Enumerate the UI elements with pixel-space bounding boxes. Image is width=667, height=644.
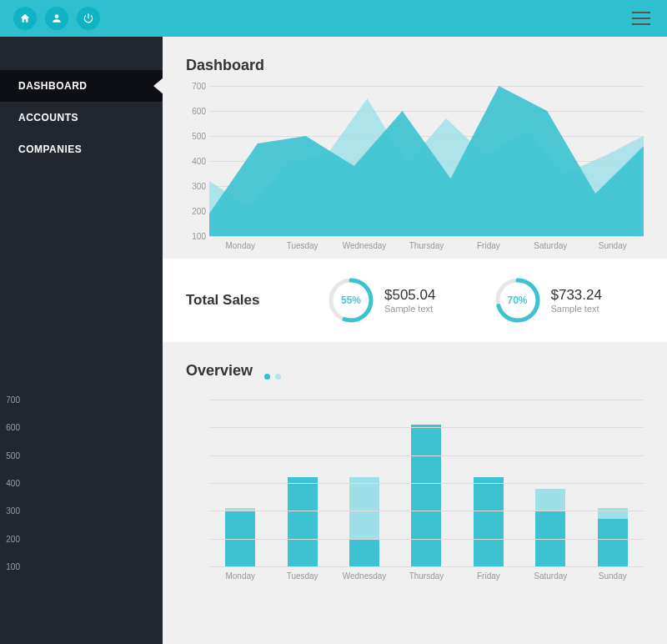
donut-2-label: 70%: [494, 277, 541, 324]
area-xlabel: Tuesday: [271, 241, 333, 250]
area-ytick: 200: [186, 207, 206, 216]
bar-xlabel: Saturday: [519, 571, 581, 581]
bar-xlabel: Thursday: [395, 571, 457, 581]
bar: [225, 508, 255, 566]
area-chart: MondayTuesdayWednesdayThursdayFridaySatu…: [186, 86, 644, 250]
dashboard-title: Dashboard: [186, 57, 644, 74]
sidebar-item-companies[interactable]: COMPANIES: [0, 133, 163, 165]
total-sales-title: Total Sales: [186, 292, 311, 309]
stat-1-sub: Sample text: [384, 304, 435, 314]
dot-1[interactable]: [264, 374, 270, 380]
dashboard-panel: Dashboard MondayTuesdayWednesdayThursday…: [163, 37, 667, 259]
total-sales-panel: Total Sales 55% $505.04 Sample text: [163, 259, 667, 342]
sidebar-item-accounts[interactable]: ACCOUNTS: [0, 102, 163, 133]
area-ytick: 400: [186, 157, 206, 166]
bar: [411, 425, 441, 566]
area-ytick: 100: [186, 232, 206, 241]
area-ytick: 500: [186, 132, 206, 141]
bar-xlabel: Sunday: [582, 571, 644, 581]
overview-panel: Overview 100200300400500600700 MondayTue…: [163, 342, 667, 589]
dot-2[interactable]: [275, 374, 281, 380]
area-xlabel: Thursday: [395, 241, 457, 250]
bar-xlabel: Wednesday: [334, 571, 395, 581]
area-xlabel: Wednesday: [334, 241, 395, 250]
home-icon[interactable]: [13, 7, 37, 30]
sidebar-item-dashboard[interactable]: DASHBOARD: [0, 70, 163, 102]
overview-dots: [264, 374, 281, 380]
topbar-left: [13, 7, 100, 30]
area-xlabel: Monday: [209, 241, 271, 250]
user-icon[interactable]: [45, 7, 68, 30]
bar-xlabel: Tuesday: [271, 571, 333, 581]
bar: [598, 508, 628, 566]
bar-xlabel: Monday: [209, 571, 271, 581]
bar: [474, 477, 504, 566]
stat-1-amount: $505.04: [384, 287, 435, 304]
overview-title: Overview: [186, 362, 253, 380]
bar: [349, 477, 379, 566]
area-xlabel: Sunday: [582, 241, 644, 250]
donut-1: 55%: [328, 277, 374, 324]
area-ytick: 300: [186, 182, 206, 191]
area-xlabel: Friday: [458, 241, 519, 250]
bar-xlabel: Friday: [458, 571, 519, 581]
bar: [535, 489, 565, 566]
stat-2-amount: $733.24: [551, 287, 602, 304]
donut-2: 70%: [494, 277, 541, 324]
stat-2-sub: Sample text: [551, 304, 602, 314]
menu-icon[interactable]: [629, 8, 654, 28]
topbar: [0, 0, 667, 37]
sidebar: DASHBOARD ACCOUNTS COMPANIES: [0, 37, 163, 644]
area-xlabel: Saturday: [519, 241, 581, 250]
donut-1-label: 55%: [328, 277, 374, 324]
area-ytick: 700: [186, 82, 206, 91]
bar-chart: [209, 400, 644, 566]
bar: [288, 477, 318, 566]
power-icon[interactable]: [77, 7, 100, 30]
stat-1: 55% $505.04 Sample text: [328, 277, 478, 324]
stat-2: 70% $733.24 Sample text: [494, 277, 644, 324]
main: Dashboard MondayTuesdayWednesdayThursday…: [163, 37, 667, 644]
area-ytick: 600: [186, 107, 206, 116]
